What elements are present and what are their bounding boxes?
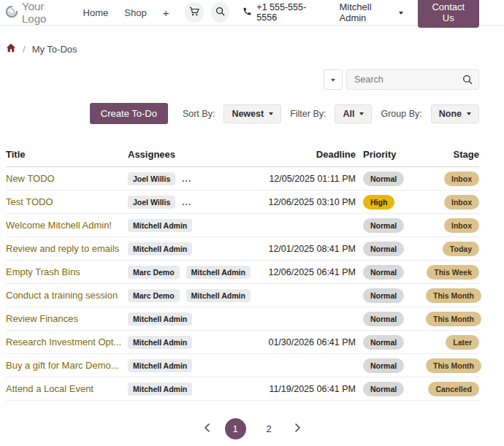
deadline-cell: 12/06/2025 03:10 PM xyxy=(241,197,362,207)
user-menu[interactable]: Mitchell Admin xyxy=(339,1,402,23)
breadcrumb: / My To-Dos xyxy=(6,43,504,55)
stage-cell: Later xyxy=(426,335,479,350)
stage-cell: Today xyxy=(426,242,479,256)
contact-us-button[interactable]: Contact Us xyxy=(418,0,479,28)
chevron-down-icon xyxy=(269,112,273,115)
stage-cell: Inbox xyxy=(426,172,479,186)
filter-dropdown[interactable]: All xyxy=(335,104,372,123)
filter-value: All xyxy=(343,109,354,119)
group-by-label: Group By: xyxy=(381,109,421,119)
sort-dropdown[interactable]: Newest xyxy=(224,104,281,123)
header-title: Title xyxy=(6,149,128,160)
more-assignees: ... xyxy=(182,174,191,184)
search-box xyxy=(346,69,479,90)
stage-badge: This Month xyxy=(426,288,481,303)
priority-badge: Normal xyxy=(363,288,404,303)
assignees-cell: Mitchell Admin xyxy=(128,312,241,326)
todo-title-link[interactable]: Attend a Local Event xyxy=(6,383,128,394)
user-name: Mitchell Admin xyxy=(339,1,394,23)
list-toolbar: Create To-Do Sort By: Newest Filter By: … xyxy=(0,103,504,124)
add-page-button[interactable]: + xyxy=(163,7,169,19)
search-input[interactable] xyxy=(347,70,478,89)
nav-link-home[interactable]: Home xyxy=(83,7,109,18)
priority-badge: Normal xyxy=(363,335,404,350)
create-todo-button[interactable]: Create To-Do xyxy=(90,103,168,124)
chevron-left-icon xyxy=(202,423,213,436)
todo-title-link[interactable]: Welcome Mitchell Admin! xyxy=(6,220,128,231)
stage-badge: Later xyxy=(446,335,479,350)
breadcrumb-home-link[interactable] xyxy=(6,43,16,55)
assignees-cell: Joel Willis ... xyxy=(128,196,241,209)
priority-badge: Normal xyxy=(363,218,404,233)
navbar-right: +1 555-555-5556 Mitchell Admin Contact U… xyxy=(185,0,479,28)
assignee-badge: Mitchell Admin xyxy=(128,382,192,396)
todo-title-link[interactable]: Review Finances xyxy=(6,313,128,324)
sort-value: Newest xyxy=(232,109,264,119)
cart-button[interactable] xyxy=(185,2,203,23)
table-row: Review Finances Mitchell Admin Normal Th… xyxy=(6,307,479,331)
priority-badge: Normal xyxy=(363,172,404,186)
pagination-prev[interactable] xyxy=(202,423,213,436)
priority-badge: Normal xyxy=(363,265,404,280)
header-stage: Stage xyxy=(426,149,479,160)
phone-link[interactable]: +1 555-555-5556 xyxy=(243,2,318,23)
stage-cell: This Month xyxy=(426,288,481,303)
assignee-badge: Mitchell Admin xyxy=(186,289,251,302)
todo-title-link[interactable]: New TODO xyxy=(6,173,128,184)
chevron-down-icon xyxy=(359,112,364,115)
table-row: Conduct a training session Marc Demo Mit… xyxy=(6,284,479,307)
todo-title-link[interactable]: Review and reply to emails xyxy=(6,243,128,254)
pagination-page-1[interactable]: 1 xyxy=(225,418,246,439)
assignee-badge: Marc Demo xyxy=(128,266,180,279)
more-assignees: ... xyxy=(182,197,191,207)
nav-link-shop[interactable]: Shop xyxy=(124,7,146,18)
search-options-dropdown[interactable] xyxy=(324,69,343,90)
chevron-right-icon xyxy=(292,423,302,436)
todo-title-link[interactable]: Empty Trash Bins xyxy=(6,266,128,277)
stage-cell: Cancelled xyxy=(426,382,479,396)
stage-badge: This Month xyxy=(426,358,481,373)
cart-icon xyxy=(189,7,199,19)
search-icon xyxy=(215,7,225,18)
stage-badge: This Week xyxy=(427,265,479,280)
priority-badge: Normal xyxy=(363,312,404,326)
table-row: Buy a gift for Marc Demo... Mitchell Adm… xyxy=(6,354,479,377)
breadcrumb-separator: / xyxy=(23,44,26,55)
header-assignees: Assignees xyxy=(128,149,241,160)
assignee-badge: Joel Willis xyxy=(128,196,175,209)
logo[interactable]: Your Logo xyxy=(6,0,67,25)
assignees-cell: Mitchell Admin xyxy=(128,382,241,396)
assignees-cell: Mitchell Admin xyxy=(128,359,241,372)
search-icon[interactable] xyxy=(462,74,473,88)
todo-title-link[interactable]: Research Investment Opt... xyxy=(6,337,128,347)
pagination-page-2[interactable]: 2 xyxy=(259,418,280,439)
stage-cell: This Week xyxy=(426,265,479,280)
todo-title-link[interactable]: Conduct a training session xyxy=(6,290,128,301)
table-row: Empty Trash Bins Marc Demo Mitchell Admi… xyxy=(6,261,479,284)
priority-cell: Normal xyxy=(362,172,426,186)
group-dropdown[interactable]: None xyxy=(431,104,479,123)
table-header: Title Assignees Deadline Priority Stage xyxy=(6,149,479,167)
stage-badge: This Month xyxy=(426,312,481,326)
table-row: New TODO Joel Willis ... 12/05/2025 01:1… xyxy=(6,167,479,191)
assignee-badge: Marc Demo xyxy=(128,289,180,302)
todo-title-link[interactable]: Test TODO xyxy=(6,196,128,207)
table-row: Attend a Local Event Mitchell Admin 11/1… xyxy=(6,377,479,401)
search-row xyxy=(0,69,504,90)
table-row: Review and reply to emails Mitchell Admi… xyxy=(6,237,479,261)
pagination-next[interactable] xyxy=(292,423,302,436)
search-toggle-button[interactable] xyxy=(211,2,229,23)
assignee-badge: Mitchell Admin xyxy=(128,359,192,372)
deadline-cell: 01/30/2026 06:41 PM xyxy=(241,337,362,347)
table-row: Research Investment Opt... Mitchell Admi… xyxy=(6,331,479,354)
header-priority: Priority xyxy=(362,149,426,160)
stage-badge: Inbox xyxy=(444,195,479,209)
stage-badge: Today xyxy=(443,242,479,256)
assignee-badge: Mitchell Admin xyxy=(128,336,192,349)
priority-badge: Normal xyxy=(363,382,404,396)
todo-title-link[interactable]: Buy a gift for Marc Demo... xyxy=(6,360,128,371)
priority-cell: Normal xyxy=(362,382,426,396)
priority-cell: Normal xyxy=(362,242,426,256)
home-icon xyxy=(6,44,16,55)
assignee-badge: Joel Willis xyxy=(128,172,175,185)
